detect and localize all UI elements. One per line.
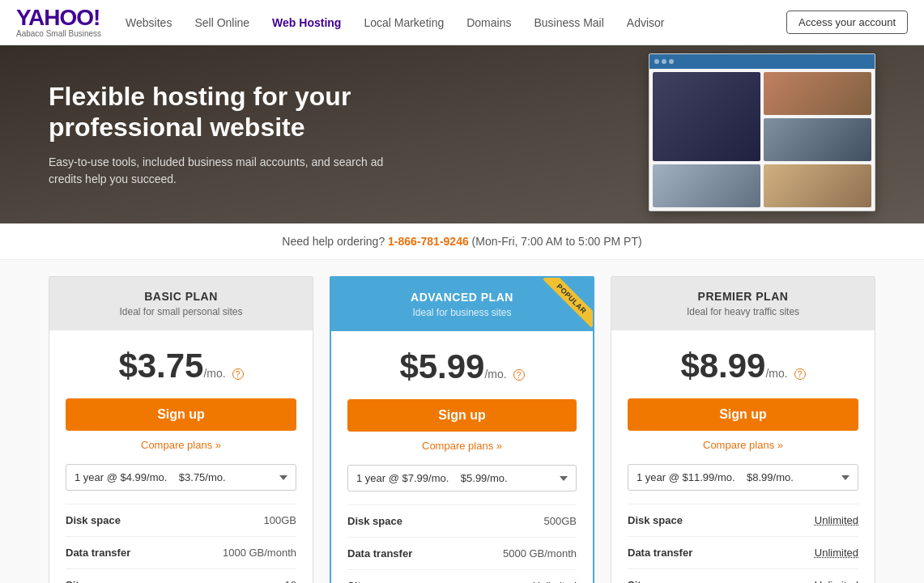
features-list-advanced: Disk space 500GB Data transfer 5000 GB/m… <box>347 504 577 583</box>
features-list-basic: Disk space 100GB Data transfer 1000 GB/m… <box>66 504 296 583</box>
hero-section: Flexible hosting for your professional w… <box>0 45 924 223</box>
feature-name: Data transfer <box>347 547 412 560</box>
price-suffix: /mo. <box>765 367 787 380</box>
feature-name: Site pages <box>628 579 680 583</box>
yahoo-logo: YAHOO! <box>16 6 101 29</box>
nav-local-marketing[interactable]: Local Marketing <box>364 16 444 29</box>
plan-card-advanced: ADVANCED PLAN Ideal for business sites $… <box>330 276 594 583</box>
signup-button-basic[interactable]: Sign up <box>66 398 296 431</box>
feature-value: 1000 GB/month <box>223 547 296 559</box>
screenshot-dot-3 <box>669 59 674 64</box>
feature-row: Site pages Unlimited <box>347 570 577 583</box>
plan-body-basic: $3.75/mo. ? Sign up Compare plans » 1 ye… <box>49 330 313 583</box>
plan-card-premier: PREMIER PLAN Ideal for heavy traffic sit… <box>611 276 875 583</box>
help-phone[interactable]: 1-866-781-9246 <box>388 235 469 248</box>
feature-name: Disk space <box>347 515 402 527</box>
price-suffix: /mo. <box>203 367 225 380</box>
help-hours: (Mon-Fri, 7:00 AM to 5:00 PM PT) <box>472 235 642 248</box>
plan-body-advanced: $5.99/mo. ? Sign up Compare plans » 1 ye… <box>331 331 593 583</box>
plan-price: $5.99/mo. ? <box>347 347 577 386</box>
screenshot-img-2 <box>764 72 871 115</box>
features-list-premier: Disk space Unlimited Data transfer Unlim… <box>628 504 858 583</box>
feature-row: Disk space 500GB <box>347 505 577 538</box>
price-amount: $5.99 <box>399 347 484 385</box>
nav-advisor[interactable]: Advisor <box>627 16 665 29</box>
feature-value: 500GB <box>544 515 577 527</box>
plans-section: BASIC PLAN Ideal for small personal site… <box>0 260 924 583</box>
nav-websites[interactable]: Websites <box>126 16 172 29</box>
feature-row: Data transfer 1000 GB/month <box>66 537 296 569</box>
logo-subtitle: Aabaco Small Business <box>16 29 101 38</box>
nav-domains[interactable]: Domains <box>466 16 511 29</box>
screenshot-img-4 <box>653 164 760 207</box>
price-info-icon[interactable]: ? <box>232 368 244 380</box>
hero-subtext: Easy-to-use tools, included business mai… <box>49 154 397 188</box>
plan-tagline: Ideal for small personal sites <box>62 306 300 317</box>
feature-row: Data transfer 5000 GB/month <box>347 538 577 570</box>
signup-button-premier[interactable]: Sign up <box>628 398 858 431</box>
price-amount: $8.99 <box>680 347 765 385</box>
plan-header-advanced: ADVANCED PLAN Ideal for business sites <box>331 278 593 331</box>
plan-name: PREMIER PLAN <box>624 290 862 303</box>
price-info-icon[interactable]: ? <box>794 368 806 380</box>
feature-name: Data transfer <box>628 547 692 559</box>
main-nav: Websites Sell Online Web Hosting Local M… <box>126 16 786 29</box>
screenshot-header-bar <box>649 54 875 69</box>
site-header: YAHOO! Aabaco Small Business Websites Se… <box>0 0 924 45</box>
feature-name: Disk space <box>66 514 121 526</box>
plan-card-basic: BASIC PLAN Ideal for small personal site… <box>49 276 313 583</box>
compare-plans-link-premier[interactable]: Compare plans » <box>628 439 858 451</box>
term-select-advanced[interactable]: 1 year @ $7.99/mo. $5.99/mo. <box>347 465 577 492</box>
signup-button-advanced[interactable]: Sign up <box>347 399 577 432</box>
plan-header-premier: PREMIER PLAN Ideal for heavy traffic sit… <box>611 277 875 330</box>
screenshot-img-main <box>653 72 760 161</box>
feature-name: Site pages <box>66 579 118 583</box>
feature-value: 100GB <box>264 514 296 526</box>
feature-value: Unlimited <box>815 547 858 559</box>
feature-name: Data transfer <box>66 547 130 559</box>
plan-price: $8.99/mo. ? <box>628 347 858 385</box>
price-suffix: /mo. <box>484 368 506 381</box>
price-info-icon[interactable]: ? <box>513 369 525 381</box>
compare-plans-link-basic[interactable]: Compare plans » <box>66 439 296 451</box>
feature-value: Unlimited <box>533 580 577 583</box>
feature-value: 10 <box>285 579 296 583</box>
plan-price: $3.75/mo. ? <box>66 347 296 385</box>
term-select-premier[interactable]: 1 year @ $11.99/mo. $8.99/mo. <box>628 464 858 491</box>
feature-row: Site pages Unlimited <box>628 569 858 583</box>
help-bar: Need help ordering? 1-866-781-9246 (Mon-… <box>0 223 924 260</box>
feature-row: Data transfer Unlimited <box>628 537 858 569</box>
popular-ribbon <box>536 278 593 334</box>
term-select-basic[interactable]: 1 year @ $4.99/mo. $3.75/mo. <box>66 464 296 491</box>
plan-name: BASIC PLAN <box>62 290 300 303</box>
nav-sell-online[interactable]: Sell Online <box>194 16 249 29</box>
compare-plans-link-advanced[interactable]: Compare plans » <box>347 440 577 452</box>
plans-grid: BASIC PLAN Ideal for small personal site… <box>49 276 875 583</box>
screenshot-dot-2 <box>662 59 666 64</box>
screenshot-body <box>649 69 875 211</box>
feature-value: Unlimited <box>815 514 858 526</box>
nav-business-mail[interactable]: Business Mail <box>534 16 603 29</box>
hero-headline: Flexible hosting for your professional w… <box>49 81 397 143</box>
feature-name: Disk space <box>628 514 683 526</box>
feature-name: Site pages <box>347 580 400 583</box>
plan-tagline: Ideal for heavy traffic sites <box>624 306 862 317</box>
screenshot-img-5 <box>764 164 871 207</box>
hero-screenshot <box>649 53 875 211</box>
feature-value: 5000 GB/month <box>503 547 577 560</box>
feature-row: Disk space Unlimited <box>628 504 858 537</box>
feature-row: Disk space 100GB <box>66 504 296 537</box>
screenshot-dot-1 <box>654 59 659 64</box>
help-prefix: Need help ordering? <box>282 235 385 248</box>
access-account-button[interactable]: Access your account <box>786 11 908 34</box>
screenshot-img-3 <box>764 118 871 161</box>
hero-content: Flexible hosting for your professional w… <box>0 57 445 213</box>
price-amount: $3.75 <box>118 347 203 385</box>
plan-header-basic: BASIC PLAN Ideal for small personal site… <box>49 277 313 330</box>
plan-body-premier: $8.99/mo. ? Sign up Compare plans » 1 ye… <box>611 330 875 583</box>
logo: YAHOO! Aabaco Small Business <box>16 6 101 38</box>
feature-value: Unlimited <box>815 579 858 583</box>
nav-web-hosting[interactable]: Web Hosting <box>272 16 341 29</box>
feature-row: Site pages 10 <box>66 569 296 583</box>
